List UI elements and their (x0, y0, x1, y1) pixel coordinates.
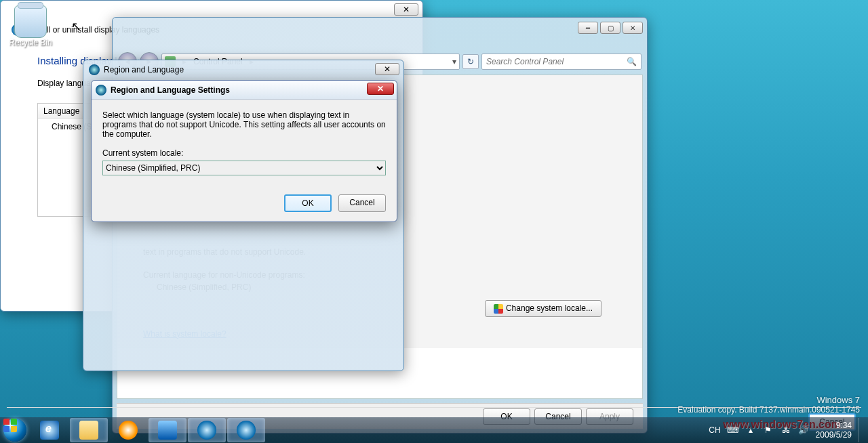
search-input[interactable] (486, 57, 627, 66)
region-language-settings-dialog: Region and Language Settings ✕ Select wh… (91, 80, 397, 222)
globe-icon (89, 64, 100, 75)
control-panel-icon (158, 421, 177, 440)
settings-description: Select which language (system locale) to… (102, 110, 386, 139)
refresh-button[interactable]: ↻ (462, 54, 479, 69)
cancel-button[interactable]: Cancel (338, 194, 386, 212)
taskbar-ie[interactable] (31, 418, 68, 442)
maximize-button[interactable]: ▢ (600, 22, 620, 34)
settings-title: Region and Language Settings (111, 85, 230, 95)
globe-icon (96, 85, 106, 96)
folder-icon (79, 421, 98, 440)
globe-icon (237, 421, 256, 440)
close-button[interactable]: ✕ (623, 22, 643, 34)
region-title: Region and Language (104, 65, 184, 75)
keyboard-icon[interactable]: ⌨ (728, 425, 738, 436)
cursor-icon: ↖ (71, 19, 81, 34)
taskbar-region-language[interactable] (188, 418, 226, 442)
search-box[interactable]: 🔍 (481, 54, 642, 70)
start-button[interactable] (0, 417, 30, 443)
shield-icon (494, 304, 503, 314)
address-dropdown[interactable]: ▾ (452, 57, 456, 66)
minimize-button[interactable]: ━ (578, 22, 598, 34)
volume-icon[interactable]: 🔊 (798, 425, 809, 436)
clock[interactable]: 9:34 2009/5/29 (816, 421, 852, 440)
network-icon[interactable]: 🖧 (781, 425, 791, 436)
ie-icon (40, 421, 59, 440)
show-desktop-button[interactable] (859, 418, 864, 442)
taskbar-media-player[interactable] (109, 418, 147, 442)
taskbar: CH ⌨ ▴ ⚑ 🖧 🔊 9:34 2009/5/29 (0, 417, 868, 443)
close-button[interactable]: ✕ (394, 3, 418, 16)
windows-watermark: Windows 7 Evaluation copy. Build 7137.wi… (677, 395, 860, 415)
change-system-locale-button[interactable]: Change system locale... (485, 300, 601, 317)
close-button[interactable]: ✕ (375, 63, 399, 75)
recycle-bin-label: Recycle Bin (7, 38, 54, 47)
globe-icon (197, 421, 216, 440)
ime-indicator[interactable]: CH (709, 425, 720, 435)
taskbar-explorer[interactable] (70, 418, 108, 442)
locale-label: Current system locale: (102, 148, 386, 158)
system-tray: CH ⌨ ▴ ⚑ 🖧 🔊 9:34 2009/5/29 (709, 418, 868, 442)
close-button[interactable]: ✕ (367, 83, 394, 95)
tray-up-icon[interactable]: ▴ (745, 425, 756, 436)
locale-select[interactable]: Chinese (Simplified, PRC) (102, 161, 386, 175)
taskbar-install-languages[interactable] (227, 418, 265, 442)
search-icon: 🔍 (627, 57, 637, 66)
action-center-icon[interactable]: ⚑ (763, 425, 774, 436)
wmp-icon (119, 421, 138, 440)
ok-button[interactable]: OK (284, 194, 332, 212)
taskbar-control-panel[interactable] (149, 418, 186, 442)
